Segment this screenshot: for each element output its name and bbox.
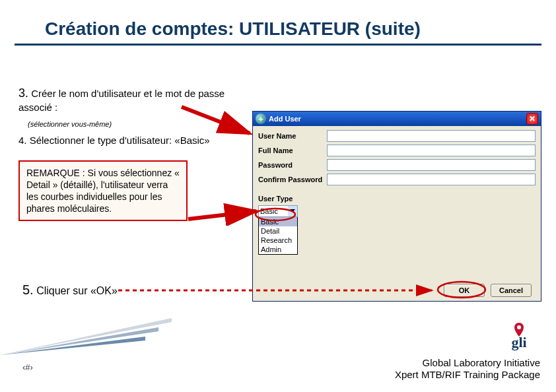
option-research[interactable]: Research: [259, 236, 297, 245]
input-confirm[interactable]: [327, 174, 536, 185]
note-box: REMARQUE : Si vous sélectionnez « Detail…: [18, 160, 188, 222]
usertype-combobox[interactable]: Basic: [258, 205, 298, 217]
usertype-selected: Basic: [259, 207, 288, 215]
footer-text: Global Laboratory Initiative Xpert MTB/R…: [395, 357, 540, 382]
usertype-dropdown[interactable]: Basic Detail Research Admin: [258, 216, 298, 255]
dialog-titlebar[interactable]: + Add User ✕: [253, 112, 541, 126]
row-fullname: Full Name: [258, 145, 536, 156]
step5-number: 5.: [22, 282, 34, 297]
step-4: 4. Sélectionner le type d'utilisateur: «…: [18, 134, 254, 147]
label-username: User Name: [258, 132, 327, 140]
decor-swoosh: [0, 318, 172, 355]
label-confirm: Confirm Password: [258, 176, 327, 183]
dialog-button-row: OK Cancel: [258, 255, 536, 301]
add-user-dialog: + Add User ✕ User Name Full Name Passwor…: [252, 111, 541, 302]
option-admin[interactable]: Admin: [259, 245, 297, 254]
step3-number: 3.: [18, 86, 28, 100]
cancel-button[interactable]: Cancel: [491, 284, 532, 297]
label-password: Password: [258, 161, 327, 169]
input-username[interactable]: [327, 130, 536, 142]
svg-marker-0: [290, 209, 295, 212]
label-fullname: Full Name: [258, 147, 327, 154]
option-basic[interactable]: Basic: [259, 217, 297, 226]
slide-title: Création de comptes: UTILISATEUR (suite): [15, 0, 541, 46]
step3-hint: (sélectionner vous-même): [28, 119, 254, 129]
gli-logo: gli: [502, 321, 536, 351]
page-number: ‹#›: [22, 362, 33, 372]
row-password: Password: [258, 159, 536, 171]
option-detail[interactable]: Detail: [259, 226, 297, 236]
footer-line2: Xpert MTB/RIF Training Package: [395, 369, 540, 380]
input-password[interactable]: [327, 159, 536, 171]
chevron-down-icon[interactable]: [288, 206, 297, 216]
row-confirm: Confirm Password: [258, 174, 536, 185]
footer-line1: Global Laboratory Initiative: [423, 357, 540, 368]
gli-logo-text: gli: [511, 334, 526, 350]
step-3: 3. Créer le nom d'utilisateur et le mot …: [18, 86, 254, 114]
step-5: 5. Cliquer sur «OK»: [22, 282, 118, 298]
close-icon[interactable]: ✕: [526, 113, 538, 125]
ok-button[interactable]: OK: [444, 284, 485, 297]
svg-point-9: [517, 325, 521, 329]
label-usertype: User Type: [258, 195, 536, 203]
step4-text: 4. Sélectionner le type d'utilisateur: «…: [18, 135, 210, 146]
step5-text: Cliquer sur «OK»: [36, 285, 118, 296]
input-fullname[interactable]: [327, 145, 536, 156]
dialog-title: Add User: [269, 115, 526, 123]
content-area: 3. Créer le nom d'utilisateur et le mot …: [18, 86, 254, 221]
add-user-icon: +: [256, 114, 266, 124]
dialog-form: User Name Full Name Password Confirm Pas…: [253, 126, 541, 301]
row-username: User Name: [258, 130, 536, 142]
step3-text: Créer le nom d'utilisateur et le mot de …: [18, 88, 225, 113]
